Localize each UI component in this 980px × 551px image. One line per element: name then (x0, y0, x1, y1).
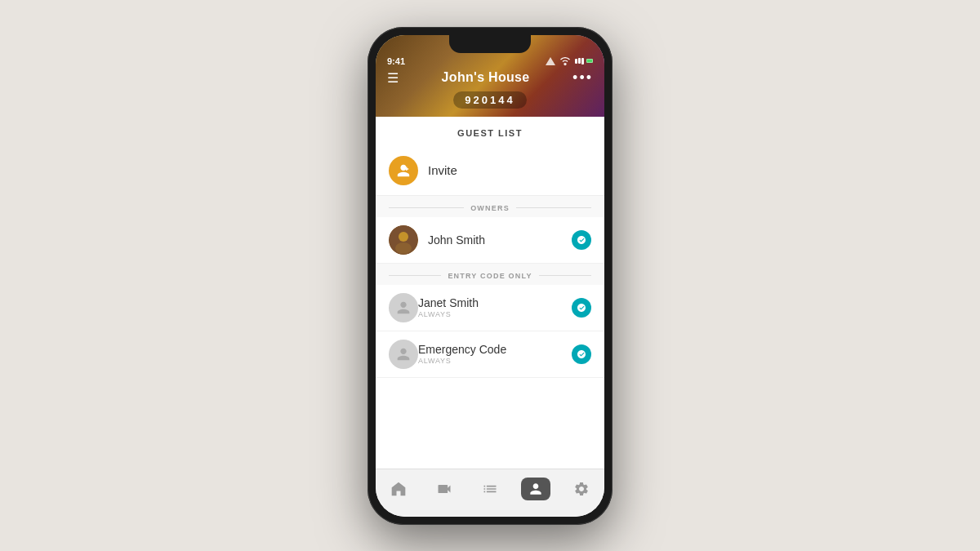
owners-section-divider: OWNERS (376, 196, 604, 217)
teal-badge[interactable] (572, 298, 591, 318)
invite-label: Invite (428, 163, 457, 177)
main-content: GUEST LIST Invite OWNERS (376, 117, 604, 469)
invite-icon (389, 156, 418, 185)
home-icon (390, 481, 407, 497)
avatar (389, 293, 418, 322)
header-more-icon[interactable]: ••• (572, 69, 593, 87)
invite-row[interactable]: Invite (376, 146, 604, 196)
nav-camera[interactable] (430, 478, 459, 500)
entry-code-label: ENTRY CODE ONLY (441, 272, 538, 280)
phone-notch (449, 35, 531, 53)
item-text: Janet Smith ALWAYS (418, 296, 572, 318)
owners-label: OWNERS (464, 204, 516, 212)
camera-icon (436, 481, 452, 497)
nav-list[interactable] (475, 478, 505, 500)
emergency-code-name: Emergency Code (418, 343, 572, 356)
list-item[interactable]: Emergency Code ALWAYS (376, 331, 604, 378)
phone-screen: 9:41 ☰ John's House ••• (376, 35, 604, 517)
item-text: Emergency Code ALWAYS (418, 343, 572, 365)
teal-badge[interactable] (572, 344, 591, 364)
list-icon (482, 481, 498, 497)
status-time: 9:41 (387, 56, 405, 66)
gear-icon (573, 481, 590, 497)
svg-point-1 (399, 232, 408, 242)
avatar (389, 225, 418, 255)
nav-person[interactable] (521, 478, 550, 500)
svg-point-2 (395, 242, 412, 254)
phone-frame: 9:41 ☰ John's House ••• (368, 27, 612, 525)
nav-settings[interactable] (567, 478, 596, 500)
janet-smith-sub: ALWAYS (418, 310, 572, 318)
nav-home[interactable] (384, 478, 413, 500)
list-item[interactable]: Janet Smith ALWAYS (376, 285, 604, 331)
teal-badge[interactable] (572, 230, 591, 250)
entry-code-section-divider: ENTRY CODE ONLY (376, 264, 604, 285)
avatar (389, 340, 418, 369)
header-title: John's House (442, 70, 530, 85)
emergency-code-sub: ALWAYS (418, 357, 572, 365)
person-icon (528, 481, 544, 497)
list-item[interactable]: John Smith (376, 217, 604, 264)
guest-list-title: GUEST LIST (376, 117, 604, 146)
john-smith-avatar (389, 225, 418, 255)
item-text: John Smith (428, 233, 572, 247)
bottom-nav (376, 469, 604, 517)
wifi-icon (559, 57, 571, 65)
header-menu-icon[interactable]: ☰ (387, 70, 399, 86)
lock-code-badge: 920144 (453, 91, 526, 109)
janet-smith-name: Janet Smith (418, 296, 572, 309)
owner-name: John Smith (428, 233, 572, 247)
